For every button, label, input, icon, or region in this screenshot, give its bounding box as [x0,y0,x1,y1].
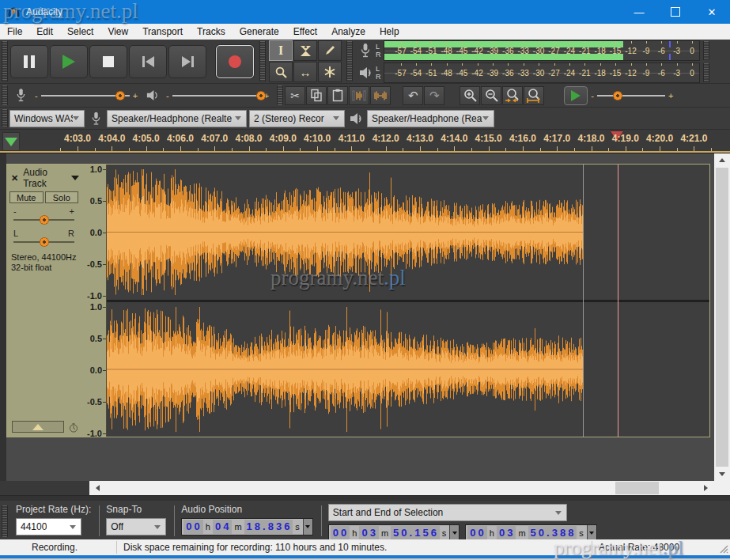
time-digits[interactable]: 03 [497,526,516,540]
time-digits[interactable]: 03 [359,526,378,540]
skip-to-start-button[interactable] [129,45,167,78]
menu-item-help[interactable]: Help [373,24,407,40]
recording-meter[interactable]: LR -57-54-51-48-45-42-39-36-33-30-27-24-… [356,40,711,61]
playback-meter[interactable]: LR -57-54-51-48-45-42-39-36-33-30-27-24-… [356,62,711,83]
playback-meter-speaker-button[interactable] [356,62,375,83]
playback-volume-slider[interactable] [172,89,261,102]
track-collapse-button[interactable] [12,421,64,433]
device-toolbar-grip[interactable] [2,109,8,127]
menu-item-effect[interactable]: Effect [286,24,324,40]
transport-toolbar-grip[interactable] [2,41,8,81]
playback-meter-grip[interactable] [703,63,709,82]
undo-button[interactable]: ↶ [403,86,423,105]
vertical-ruler[interactable]: 1.00.50.0-0.5-1.01.00.50.0-0.5-1.0 [81,165,107,437]
time-shift-tool-button[interactable]: ↔ [293,62,317,82]
menu-item-tracks[interactable]: Tracks [190,24,233,40]
redo-button[interactable]: ↷ [424,86,444,105]
recording-volume-thumb[interactable] [115,91,125,100]
tools-toolbar-grip[interactable] [259,41,266,81]
zoom-out-button[interactable] [481,86,501,105]
selection-toolbar-grip[interactable] [2,505,8,537]
track-title[interactable]: Audio Track [21,167,68,189]
record-button[interactable] [216,45,254,78]
audio-host-select[interactable]: Windows WASA [9,110,85,127]
playback-device-select[interactable]: Speaker/Headphone (Realte [367,110,494,127]
waveform-display[interactable] [107,165,709,437]
skip-to-end-button[interactable] [168,45,206,78]
gain-slider[interactable]: - + [12,206,76,225]
recording-channels-select[interactable]: 2 (Stereo) Recor [249,110,345,127]
zoom-in-button[interactable] [460,86,480,105]
recording-device-select[interactable]: Speaker/Headphone (Realte [107,110,247,127]
close-button[interactable]: ✕ [694,0,730,24]
time-field-dropdown-button[interactable] [303,519,312,535]
scroll-down-button[interactable] [714,467,730,481]
pinned-play-head-button[interactable] [2,132,20,151]
mute-button[interactable]: Mute [9,191,43,203]
pan-thumb[interactable] [40,237,49,247]
copy-button[interactable] [306,86,327,105]
selection-tool-button[interactable]: I [269,40,293,61]
solo-button[interactable]: Solo [45,191,79,203]
vertical-scrollbar[interactable] [714,153,730,481]
recording-meter-bar[interactable]: -57-54-51-48-45-42-39-36-33-30-27-24-21-… [384,40,700,61]
time-field-dropdown-button[interactable] [449,525,459,541]
time-digits[interactable]: 00 [331,526,350,540]
selection-mode-select[interactable]: Start and End of Selection [328,504,567,521]
recording-meter-grip[interactable] [703,41,709,60]
fit-project-button[interactable] [524,86,544,105]
gain-thumb[interactable] [40,215,49,225]
scroll-left-button[interactable] [91,481,104,495]
time-digits[interactable]: 00 [467,526,486,540]
playback-meter-bar[interactable]: -57-54-51-48-45-42-39-36-33-30-27-24-21-… [384,62,700,83]
scroll-up-button[interactable] [714,153,730,167]
timeline-ruler[interactable]: 4:03.04:04.04:05.04:06.04:07.04:08.04:09… [0,130,730,153]
menu-item-view[interactable]: View [100,24,135,40]
resize-grip[interactable] [719,544,728,554]
recording-meter-mic-button[interactable] [356,40,375,61]
pause-button[interactable] [10,45,48,78]
track-close-button[interactable]: ✕ [10,173,21,184]
vertical-scrollbar-thumb[interactable] [716,168,728,467]
stop-button[interactable] [89,45,127,78]
paste-button[interactable] [327,86,348,105]
play-speed-slider[interactable] [597,89,665,102]
track-menu-dropdown-icon[interactable] [71,176,79,180]
edit-toolbar-grip[interactable] [277,85,283,105]
minimize-button[interactable]: — [621,0,657,24]
menu-item-file[interactable]: File [0,24,29,40]
pan-slider[interactable]: L R [12,229,76,248]
time-digits[interactable]: 50.156 [391,526,440,540]
zoom-tool-button[interactable] [269,62,293,82]
silence-audio-button[interactable] [370,86,391,105]
mixer-toolbar-grip[interactable] [2,85,8,105]
draw-tool-button[interactable] [318,40,342,61]
playback-volume-thumb[interactable] [256,91,266,100]
time-digits[interactable]: 18.836 [244,520,293,534]
menu-item-generate[interactable]: Generate [233,24,286,40]
menu-item-select[interactable]: Select [60,24,100,40]
menu-item-edit[interactable]: Edit [29,24,60,40]
meter-toolbar-grip[interactable] [346,41,353,81]
envelope-tool-button[interactable] [293,40,317,61]
project-rate-select[interactable]: 44100 [16,518,81,535]
time-digits[interactable]: 04 [213,520,232,534]
fit-selection-button[interactable] [502,86,523,105]
recording-volume-slider[interactable] [41,89,130,102]
play-at-speed-button[interactable] [564,86,588,105]
multi-tool-button[interactable] [318,62,342,82]
snap-to-select[interactable]: Off [106,518,166,535]
horizontal-scrollbar[interactable] [89,481,714,495]
play-speed-thumb[interactable] [613,91,622,100]
time-digits[interactable]: 00 [183,520,202,534]
scroll-right-button[interactable] [699,481,713,495]
waveform-channel[interactable] [107,302,709,437]
waveform-channel[interactable] [107,165,709,300]
audio-position-field[interactable]: 00h04m18.836s [181,518,313,535]
menu-item-analyze[interactable]: Analyze [324,24,373,40]
play-button[interactable] [50,45,88,78]
time-digits[interactable]: 50.388 [528,526,577,540]
trim-audio-button[interactable] [349,86,369,105]
maximize-button[interactable] [657,0,694,24]
time-field-dropdown-button[interactable] [587,525,596,541]
